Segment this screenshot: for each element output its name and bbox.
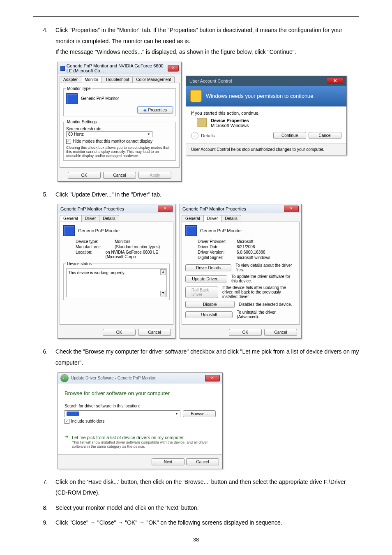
cancel-button[interactable]: Cancel [138,329,171,336]
dialog-title: Generic PnP Monitor and NVIDIA GeForce 6… [67,63,166,73]
uac-title-text: User Account Control [189,79,232,83]
ok-button[interactable]: OK [68,172,101,179]
rollback-driver-button[interactable]: Roll Back Driver [185,287,218,298]
disable-button[interactable]: Disable [185,301,235,308]
shield-icon: ◈ [143,108,147,112]
action-desc: To update the driver software for this d… [231,274,296,283]
monitor-icon [63,225,75,236]
chevron-down-icon: ⌄ [191,132,198,139]
kv-val: Monitors [115,239,130,244]
kv-list: Driver Provider:Microsoft Driver Date:6/… [198,239,296,260]
tab-bar: General Driver Details [180,213,301,222]
details-label: Details [201,133,215,138]
props-driver-dialog: Generic PnP Monitor Properties ✕ General… [180,204,302,339]
uac-titlebar: User Account Control ✕ [186,76,346,86]
cancel-button[interactable]: Cancel [309,132,341,139]
tab-driver[interactable]: Driver [81,215,100,222]
kv-val: Microsoft [237,239,254,244]
figure-row-3: ← Update Driver Software - Generic PnP M… [58,372,359,469]
search-location-label: Search for driver software in this locat… [65,404,140,408]
action-desc: If the device fails after updating the d… [222,285,296,299]
cancel-button[interactable]: Cancel [186,458,219,465]
figure-row-2: Generic PnP Monitor Properties ✕ General… [58,204,359,339]
path-value: .. [67,412,79,416]
include-label: Include subfolders [71,419,104,423]
apply-button[interactable]: Apply [138,172,171,179]
option-title: Let me pick from a list of device driver… [72,435,184,440]
action-desc: To uninstall the driver (Advanced). [237,310,296,319]
step-5-text: Click "Update Driver..." in the "Driver"… [55,191,161,198]
refresh-rate-select[interactable]: 60 Hertz ▼ [66,131,152,137]
tab-troubleshoot[interactable]: Troubleshoot [101,76,133,83]
tab-general[interactable]: General [182,215,204,222]
step-9-p4: "OK" on the following screens displayed … [146,519,282,526]
tab-color-management[interactable]: Color Management [132,76,175,83]
checkbox-icon: ✓ [65,419,69,424]
tab-adapter[interactable]: Adapter [60,76,81,83]
details-toggle[interactable]: ⌄ Details [191,132,215,139]
step-8: Select your monitor model and click on t… [49,502,359,513]
tab-monitor[interactable]: Monitor [81,76,102,83]
monitor-settings-legend: Monitor Settings [66,120,97,124]
device-status-legend: Device status [66,261,92,266]
monitor-row: Generic PnP Monitor [66,93,173,104]
cancel-button[interactable]: Cancel [264,329,297,336]
close-icon[interactable]: ✕ [284,206,299,212]
scroll-up-icon[interactable]: ▲ [160,269,166,275]
kv-key: Location: [76,250,106,259]
close-icon[interactable]: ✕ [158,206,173,212]
wizard-titlebar: ← Update Driver Software - Generic PnP M… [58,373,222,384]
arrow-icon: → [90,519,96,526]
kv-key: Device type: [76,239,115,244]
step-7-text: Click on the 'Have disk...' button, then… [55,479,346,496]
shield-icon [190,90,202,102]
kv-key: Driver Date: [198,245,237,249]
driver-details-button[interactable]: Driver Details [185,264,231,271]
scroll-down-icon[interactable]: ▼ [160,291,166,296]
update-driver-button[interactable]: Update Driver... [185,275,227,282]
browse-button[interactable]: Browse... [183,410,216,417]
step-4: Click "Properties" in the "Monitor" tab.… [49,25,359,58]
option-subtitle: This list will show installed driver sof… [72,440,216,449]
include-subfolders-checkbox[interactable]: ✓ Include subfolders [65,419,216,424]
tab-bar: Adapter Monitor Troubleshoot Color Manag… [58,74,181,83]
kv-key: Driver Version: [198,250,237,254]
dialog-buttons: OK Cancel Apply [58,169,181,181]
kv-val: 6.0.6000.16386 [237,250,265,254]
dialog-body: Generic PnP Monitor Device type:Monitors… [60,222,173,325]
next-button[interactable]: Next [152,458,184,465]
titlebar: Generic PnP Monitor and NVIDIA GeForce 6… [58,62,181,74]
close-icon[interactable]: ✕ [327,78,343,84]
cancel-button[interactable]: Cancel [103,172,136,179]
tab-details[interactable]: Details [99,215,119,222]
tab-details[interactable]: Details [221,215,241,222]
back-icon[interactable]: ← [60,374,69,382]
hide-modes-checkbox[interactable]: ✓ Hide modes that this monitor cannot di… [66,139,173,144]
path-input[interactable]: .. ▼ [65,410,180,417]
uac-dialog: User Account Control ✕ Windows needs you… [186,76,347,155]
step-8-text: Select your monitor model and click on t… [55,504,199,511]
ok-button[interactable]: OK [103,329,136,336]
step-4-text-a: Click "Properties" in the "Monitor" tab.… [55,27,342,44]
tab-driver[interactable]: Driver [203,215,222,222]
close-icon[interactable]: ✕ [205,375,220,382]
kv-key: Manufacturer: [76,245,115,249]
dialog-body: Generic PnP Monitor Driver Provider:Micr… [182,222,300,325]
page-top-rule [33,16,359,17]
uac-app-info: Device Properties Microsoft Windows [197,118,341,128]
monitor-type-group: Monitor Type Generic PnP Monitor ◈ Prope… [63,86,176,116]
step-6-text: Check the "Browse my computer for driver… [55,348,359,366]
ok-button[interactable]: OK [229,329,262,336]
monitor-icon [185,225,197,236]
monitor-row: Generic PnP Monitor [63,225,170,236]
uac-footer: User Account Control helps stop unauthor… [186,143,346,155]
action-desc: To view details about the driver files. [235,263,296,272]
pick-from-list-option[interactable]: ➔ Let me pick from a list of device driv… [65,434,216,449]
properties-button[interactable]: ◈ Properties [137,106,173,113]
titlebar: Generic PnP Monitor Properties ✕ [58,204,175,213]
tab-general[interactable]: General [60,215,82,222]
continue-button[interactable]: Continue [273,132,306,139]
close-icon[interactable]: ✕ [168,65,179,72]
arrow-icon: ➔ [65,434,69,449]
uninstall-button[interactable]: Uninstall [185,311,233,318]
